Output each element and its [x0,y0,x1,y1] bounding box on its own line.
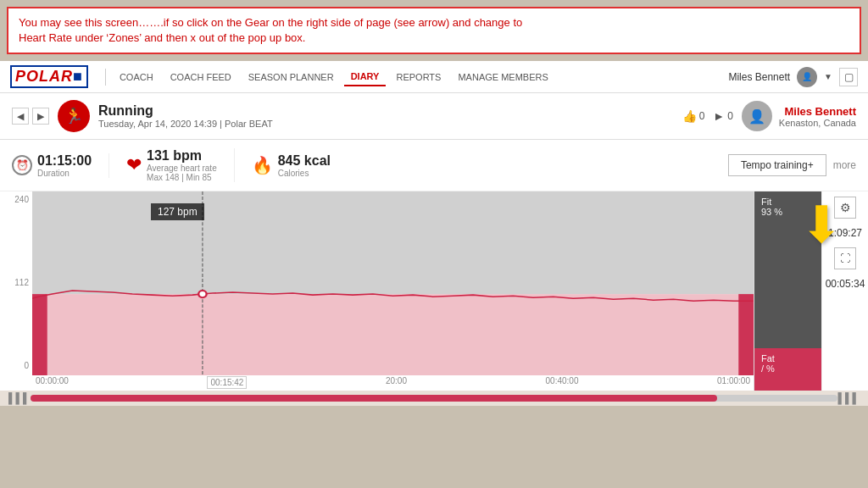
hr-values: 131 bpm Average heart rate Max 148 | Min… [147,148,217,182]
scrollbar-track[interactable] [31,395,838,402]
more-link[interactable]: more [833,159,856,171]
chart-main: 240 112 0 [0,191,754,391]
svg-rect-0 [32,191,754,294]
y-label-0: 0 [0,361,32,370]
calories-stat: 🔥 845 kcal Calories [252,153,348,178]
like-btn[interactable]: 👍 0 [682,109,705,123]
activity-nav-arrows: ◀ ▶ [12,108,49,125]
nav-divider [105,69,106,86]
x-label-40: 00:40:00 [546,376,579,389]
hr-label: Average heart rate [147,164,217,173]
zone-fit-pct: 93 % [761,207,815,217]
activity-name: Running [98,103,674,119]
x-label-0: 00:00:00 [36,376,69,389]
nav-diary[interactable]: DIARY [344,68,387,86]
hr-stat: ❤ 131 bpm Average heart rate Max 148 | M… [126,148,235,182]
comment-count: 0 [727,110,733,122]
user-profile: 👤 Miles Bennett Kenaston, Canada [742,101,856,131]
duration-stat: ⏰ 01:15:00 Duration [12,153,109,178]
x-label-60: 01:00:00 [717,376,750,389]
polar-logo: POLAR■ [10,65,88,88]
expand-btn[interactable]: ⛶ [834,247,856,269]
nav-dropdown-arrow[interactable]: ▼ [824,72,832,81]
duration-value: 01:15:00 [37,153,92,169]
calories-values: 845 kcal Calories [278,153,331,178]
duration-label: Duration [37,169,92,178]
thumb-icon: 👍 [682,109,697,123]
prev-activity-btn[interactable]: ◀ [12,108,29,125]
alert-text: You may see this screen…….if so click on… [19,16,522,44]
nav-coach[interactable]: COACH [113,69,160,86]
gear-settings-btn[interactable]: ⚙ [834,197,856,219]
chart-zone-sidebar: Fit 93 % Fat / % [754,191,821,391]
user-location: Kenaston, Canada [779,118,856,128]
user-avatar: 👤 [742,101,772,131]
nav-message-btn[interactable]: ▢ [839,68,858,86]
zone-fat-label: Fat [761,353,815,363]
user-details: Miles Bennett Kenaston, Canada [779,105,856,128]
comment-btn[interactable]: ► 0 [713,109,733,123]
scrollbar-area: ▌▌▌ ▌▌▌ [0,391,868,406]
hr-value: 131 bpm [147,148,217,164]
time-top: 1:09:27 [828,227,862,239]
navbar: POLAR■ COACH COACH FEED SEASON PLANNER D… [0,61,868,93]
time-bottom: 00:05:34 [826,278,865,290]
like-count: 0 [699,110,705,122]
nav-username: Miles Bennett [728,71,790,83]
x-axis: 00:00:00 00:15:42 20:00 00:40:00 01:00:0… [32,374,754,391]
y-label-112: 112 [0,278,32,287]
nav-season-planner[interactable]: SEASON PLANNER [242,69,341,86]
calories-value: 845 kcal [278,153,331,169]
activity-info: Running Tuesday, Apr 14, 2020 14:39 | Po… [98,103,674,129]
nav-links: COACH COACH FEED SEASON PLANNER DIARY RE… [113,68,729,86]
activity-actions: 👍 0 ► 0 [682,109,733,123]
stats-row: ⏰ 01:15:00 Duration ❤ 131 bpm Average he… [0,140,868,191]
svg-rect-1 [32,294,754,375]
zone-fat-pct: / % [761,363,815,374]
nav-avatar: 👤 [797,67,817,87]
next-activity-btn[interactable]: ▶ [32,108,49,125]
alert-banner: You may see this screen…….if so click on… [7,7,861,54]
chart-controls: ⚙ 1:09:27 ⛶ 00:05:34 [821,191,868,391]
scrollbar-thumb[interactable] [31,395,717,402]
user-name-display: Miles Bennett [779,105,856,118]
heart-icon: ❤ [126,154,142,176]
scroll-right-handle[interactable]: ▌▌▌ [837,392,860,404]
y-label-240: 240 [0,195,32,204]
clock-icon: ⏰ [12,155,32,175]
activity-icon: 🏃 [58,100,90,132]
content-area: ◀ ▶ 🏃 Running Tuesday, Apr 14, 2020 14:3… [0,93,868,406]
comment-icon: ► [713,109,725,123]
activity-date: Tuesday, Apr 14, 2020 14:39 | Polar BEAT [98,119,674,129]
tempo-training-btn[interactable]: Tempo training+ [728,154,826,176]
nav-manage-members[interactable]: MANAGE MEMBERS [451,69,554,86]
zone-fit: Fit 93 % [754,191,821,348]
svg-rect-2 [32,294,47,375]
nav-right: Miles Bennett 👤 ▼ ▢ [728,67,858,87]
x-label-cursor: 00:15:42 [207,376,247,389]
zone-fit-label: Fit [761,197,815,207]
chart-area: 240 112 0 [0,191,868,391]
nav-reports[interactable]: REPORTS [389,69,448,86]
y-axis: 240 112 0 [0,191,32,374]
svg-point-5 [198,291,206,297]
x-label-20: 20:00 [386,376,407,389]
activity-header: ◀ ▶ 🏃 Running Tuesday, Apr 14, 2020 14:3… [0,93,868,140]
chart-svg-container[interactable]: 127 bpm [32,191,754,375]
heart-rate-chart [32,191,754,375]
scroll-left-handle[interactable]: ▌▌▌ [8,392,31,404]
hr-sub: Max 148 | Min 85 [147,173,217,182]
nav-coach-feed[interactable]: COACH FEED [164,69,238,86]
calories-label: Calories [278,169,331,178]
duration-values: 01:15:00 Duration [37,153,92,178]
zone-fat: Fat / % [754,348,821,391]
svg-rect-3 [738,294,754,375]
fire-icon: 🔥 [252,155,273,175]
